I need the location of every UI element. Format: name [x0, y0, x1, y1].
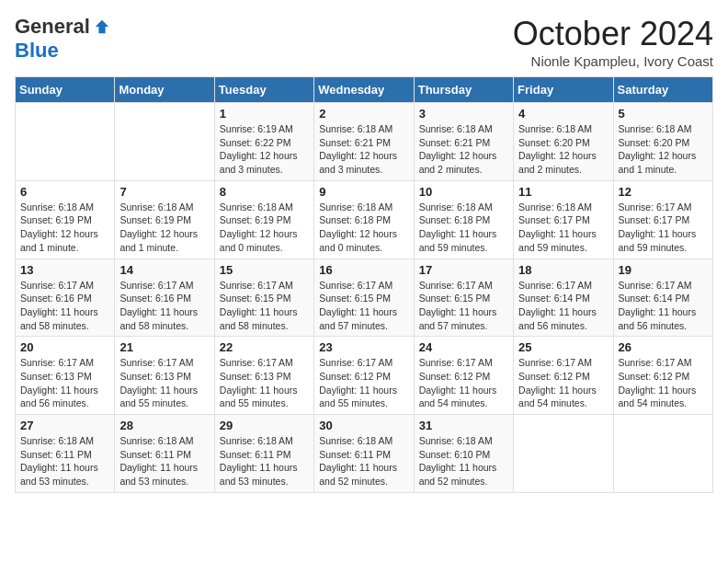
calendar-cell: 12Sunrise: 6:17 AM Sunset: 6:17 PM Dayli…	[613, 180, 712, 259]
calendar-cell: 22Sunrise: 6:17 AM Sunset: 6:13 PM Dayli…	[214, 337, 313, 415]
calendar-table: SundayMondayTuesdayWednesdayThursdayFrid…	[15, 76, 713, 493]
calendar-cell: 15Sunrise: 6:17 AM Sunset: 6:15 PM Dayli…	[214, 259, 313, 337]
day-number: 27	[20, 419, 109, 432]
day-number: 22	[220, 340, 309, 354]
day-number: 16	[319, 263, 408, 277]
day-number: 28	[119, 419, 209, 432]
day-number: 8	[220, 185, 309, 199]
calendar-cell: 25Sunrise: 6:17 AM Sunset: 6:12 PM Dayli…	[514, 337, 613, 415]
cell-info: Sunrise: 6:17 AM Sunset: 6:16 PM Dayligh…	[119, 279, 209, 333]
svg-marker-0	[96, 20, 108, 33]
weekday-header-cell: Wednesday	[314, 77, 414, 103]
calendar-cell: 11Sunrise: 6:18 AM Sunset: 6:17 PM Dayli…	[514, 180, 613, 259]
location-title: Nionle Kpampleu, Ivory Coast	[513, 53, 713, 69]
cell-info: Sunrise: 6:17 AM Sunset: 6:15 PM Dayligh…	[319, 279, 408, 333]
cell-info: Sunrise: 6:18 AM Sunset: 6:20 PM Dayligh…	[518, 122, 608, 177]
day-number: 20	[20, 340, 109, 354]
calendar-cell: 14Sunrise: 6:17 AM Sunset: 6:16 PM Dayli…	[115, 259, 214, 337]
day-number: 11	[518, 185, 608, 199]
cell-info: Sunrise: 6:18 AM Sunset: 6:18 PM Dayligh…	[419, 201, 508, 255]
cell-info: Sunrise: 6:18 AM Sunset: 6:11 PM Dayligh…	[20, 434, 109, 488]
cell-info: Sunrise: 6:17 AM Sunset: 6:17 PM Dayligh…	[619, 201, 708, 255]
calendar-cell: 27Sunrise: 6:18 AM Sunset: 6:11 PM Dayli…	[16, 415, 115, 493]
cell-info: Sunrise: 6:17 AM Sunset: 6:12 PM Dayligh…	[518, 356, 608, 410]
weekday-header-cell: Thursday	[414, 77, 513, 103]
cell-info: Sunrise: 6:18 AM Sunset: 6:19 PM Dayligh…	[220, 201, 309, 255]
cell-info: Sunrise: 6:18 AM Sunset: 6:11 PM Dayligh…	[319, 434, 408, 488]
calendar-cell: 23Sunrise: 6:17 AM Sunset: 6:12 PM Dayli…	[314, 337, 414, 415]
day-number: 12	[619, 185, 708, 199]
day-number: 1	[220, 107, 309, 121]
calendar-week-row: 13Sunrise: 6:17 AM Sunset: 6:16 PM Dayli…	[16, 259, 713, 337]
calendar-cell: 4Sunrise: 6:18 AM Sunset: 6:20 PM Daylig…	[514, 103, 613, 181]
cell-info: Sunrise: 6:18 AM Sunset: 6:21 PM Dayligh…	[319, 122, 408, 177]
calendar-cell: 26Sunrise: 6:17 AM Sunset: 6:12 PM Dayli…	[613, 337, 712, 415]
weekday-header-cell: Sunday	[16, 77, 115, 103]
calendar-cell: 9Sunrise: 6:18 AM Sunset: 6:18 PM Daylig…	[314, 180, 414, 259]
cell-info: Sunrise: 6:18 AM Sunset: 6:19 PM Dayligh…	[119, 201, 209, 255]
day-number: 7	[119, 185, 209, 199]
day-number: 5	[619, 107, 708, 121]
day-number: 29	[220, 419, 309, 432]
calendar-cell: 2Sunrise: 6:18 AM Sunset: 6:21 PM Daylig…	[314, 103, 414, 181]
cell-info: Sunrise: 6:17 AM Sunset: 6:13 PM Dayligh…	[119, 356, 209, 410]
day-number: 30	[319, 419, 408, 432]
weekday-header-cell: Monday	[115, 77, 214, 103]
calendar-cell: 10Sunrise: 6:18 AM Sunset: 6:18 PM Dayli…	[414, 180, 513, 259]
calendar-cell	[613, 415, 712, 493]
calendar-week-row: 27Sunrise: 6:18 AM Sunset: 6:11 PM Dayli…	[16, 415, 713, 493]
calendar-cell: 31Sunrise: 6:18 AM Sunset: 6:10 PM Dayli…	[414, 415, 513, 493]
day-number: 26	[619, 340, 708, 354]
day-number: 23	[319, 340, 408, 354]
logo-general-text: General	[15, 15, 90, 39]
calendar-cell: 7Sunrise: 6:18 AM Sunset: 6:19 PM Daylig…	[115, 180, 214, 259]
day-number: 10	[419, 185, 508, 199]
day-number: 15	[220, 263, 309, 277]
cell-info: Sunrise: 6:18 AM Sunset: 6:10 PM Dayligh…	[419, 434, 508, 488]
cell-info: Sunrise: 6:18 AM Sunset: 6:21 PM Dayligh…	[419, 122, 508, 177]
logo-icon	[94, 18, 110, 35]
day-number: 3	[419, 107, 508, 121]
calendar-body: 1Sunrise: 6:19 AM Sunset: 6:22 PM Daylig…	[16, 103, 713, 493]
cell-info: Sunrise: 6:17 AM Sunset: 6:13 PM Dayligh…	[220, 356, 309, 410]
calendar-cell: 19Sunrise: 6:17 AM Sunset: 6:14 PM Dayli…	[613, 259, 712, 337]
day-number: 18	[518, 263, 608, 277]
day-number: 31	[419, 419, 508, 432]
calendar-cell: 20Sunrise: 6:17 AM Sunset: 6:13 PM Dayli…	[16, 337, 115, 415]
cell-info: Sunrise: 6:17 AM Sunset: 6:15 PM Dayligh…	[419, 279, 508, 333]
cell-info: Sunrise: 6:17 AM Sunset: 6:13 PM Dayligh…	[20, 356, 109, 410]
header: General Blue October 2024 Nionle Kpample…	[15, 15, 713, 69]
month-title: October 2024	[513, 15, 713, 53]
calendar-cell: 5Sunrise: 6:18 AM Sunset: 6:20 PM Daylig…	[613, 103, 712, 181]
day-number: 21	[119, 340, 209, 354]
day-number: 9	[319, 185, 408, 199]
cell-info: Sunrise: 6:17 AM Sunset: 6:12 PM Dayligh…	[319, 356, 408, 410]
calendar-cell: 29Sunrise: 6:18 AM Sunset: 6:11 PM Dayli…	[214, 415, 313, 493]
cell-info: Sunrise: 6:19 AM Sunset: 6:22 PM Dayligh…	[220, 122, 309, 177]
weekday-header-row: SundayMondayTuesdayWednesdayThursdayFrid…	[16, 77, 713, 103]
calendar-cell: 30Sunrise: 6:18 AM Sunset: 6:11 PM Dayli…	[314, 415, 414, 493]
day-number: 4	[518, 107, 608, 121]
cell-info: Sunrise: 6:18 AM Sunset: 6:18 PM Dayligh…	[319, 201, 408, 255]
day-number: 14	[119, 263, 209, 277]
day-number: 19	[619, 263, 708, 277]
calendar-cell	[514, 415, 613, 493]
calendar-cell: 13Sunrise: 6:17 AM Sunset: 6:16 PM Dayli…	[16, 259, 115, 337]
cell-info: Sunrise: 6:18 AM Sunset: 6:11 PM Dayligh…	[119, 434, 209, 488]
cell-info: Sunrise: 6:18 AM Sunset: 6:19 PM Dayligh…	[20, 201, 109, 255]
calendar-cell	[16, 103, 115, 181]
day-number: 2	[319, 107, 408, 121]
cell-info: Sunrise: 6:17 AM Sunset: 6:14 PM Dayligh…	[619, 279, 708, 333]
calendar-cell	[115, 103, 214, 181]
weekday-header-cell: Tuesday	[214, 77, 313, 103]
calendar-week-row: 1Sunrise: 6:19 AM Sunset: 6:22 PM Daylig…	[16, 103, 713, 181]
weekday-header-cell: Saturday	[613, 77, 712, 103]
cell-info: Sunrise: 6:18 AM Sunset: 6:17 PM Dayligh…	[518, 201, 608, 255]
calendar-cell: 21Sunrise: 6:17 AM Sunset: 6:13 PM Dayli…	[115, 337, 214, 415]
day-number: 17	[419, 263, 508, 277]
calendar-cell: 17Sunrise: 6:17 AM Sunset: 6:15 PM Dayli…	[414, 259, 513, 337]
calendar-week-row: 20Sunrise: 6:17 AM Sunset: 6:13 PM Dayli…	[16, 337, 713, 415]
weekday-header-cell: Friday	[514, 77, 613, 103]
logo-blue-text: Blue	[15, 39, 59, 63]
calendar-cell: 24Sunrise: 6:17 AM Sunset: 6:12 PM Dayli…	[414, 337, 513, 415]
